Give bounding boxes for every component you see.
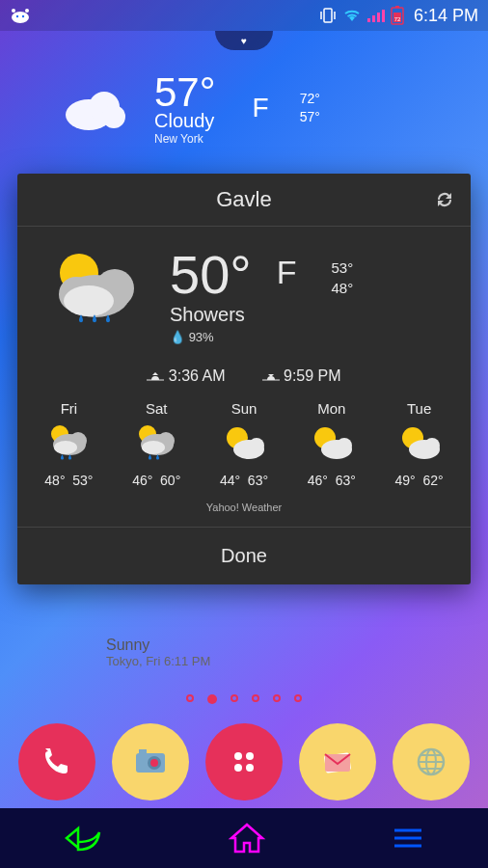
- sunset-icon: [262, 369, 280, 383]
- status-time: 6:14 PM: [414, 6, 478, 26]
- bg-unit: F: [253, 93, 269, 123]
- svg-point-1: [12, 9, 15, 13]
- svg-point-49: [234, 752, 242, 760]
- sun-times: 3:36 AM 9:59 PM: [17, 362, 471, 398]
- svg-point-3: [16, 15, 18, 17]
- forecast-day: Sun44° 63°: [201, 400, 288, 488]
- popup-humidity: 💧 93%: [170, 330, 252, 344]
- svg-point-44: [424, 438, 440, 453]
- sunrise-icon: [147, 369, 164, 383]
- svg-rect-9: [382, 10, 385, 22]
- bg-hilo: 72°57°: [300, 90, 320, 124]
- svg-rect-48: [139, 749, 147, 754]
- wifi-icon: [342, 8, 362, 23]
- svg-point-47: [150, 759, 158, 767]
- status-left: [10, 8, 319, 23]
- battery-icon: 72: [391, 6, 404, 25]
- dock: [0, 723, 488, 800]
- popup-temp: 50°: [170, 248, 252, 302]
- camera-app[interactable]: [112, 723, 189, 800]
- browser-app[interactable]: [393, 723, 470, 800]
- signal-icon: [367, 9, 385, 22]
- bg-condition: Cloudy: [154, 110, 216, 132]
- popup-hilo: 53°48°: [331, 258, 353, 298]
- weather-detail-popup: Gavle 50° Showers 💧 93% F 53°48° 3:36 AM…: [17, 174, 471, 584]
- svg-rect-8: [377, 13, 380, 22]
- forecast-day: Tue49° 62°: [375, 400, 463, 488]
- cloud-icon: [58, 84, 135, 132]
- svg-rect-6: [367, 18, 370, 22]
- notch-decoration: ♥: [215, 31, 273, 50]
- svg-point-21: [64, 285, 114, 316]
- svg-point-51: [234, 764, 242, 772]
- phone-app[interactable]: [18, 723, 95, 800]
- done-button[interactable]: Done: [17, 527, 471, 584]
- refresh-button[interactable]: [434, 189, 455, 210]
- status-bar: 72 6:14 PM: [0, 0, 488, 31]
- popup-unit: F: [277, 254, 297, 291]
- svg-point-2: [25, 9, 29, 13]
- svg-text:72: 72: [394, 16, 401, 22]
- nav-bar: [0, 808, 488, 868]
- bg-location: New York: [154, 132, 216, 146]
- bg-temp: 57°: [154, 69, 216, 116]
- mail-app[interactable]: [299, 723, 376, 800]
- apps-drawer[interactable]: [205, 723, 283, 800]
- svg-point-31: [54, 441, 77, 454]
- home-button[interactable]: [226, 821, 268, 855]
- recent-button[interactable]: [387, 821, 429, 855]
- widget-below-peek: Sunny Tokyo, Fri 6:11 PM: [106, 637, 210, 668]
- svg-point-0: [12, 12, 29, 23]
- svg-point-41: [337, 438, 352, 453]
- svg-rect-7: [372, 15, 375, 22]
- popup-condition: Showers: [170, 304, 252, 326]
- svg-point-4: [22, 15, 24, 17]
- page-indicator[interactable]: [0, 694, 488, 704]
- forecast-day: Sat46° 60°: [113, 400, 201, 488]
- forecast-day: Mon46° 63°: [287, 400, 375, 488]
- svg-point-38: [249, 438, 264, 453]
- attribution: Yahoo! Weather: [17, 502, 471, 527]
- showers-icon: [42, 248, 149, 344]
- svg-point-35: [142, 441, 165, 454]
- forecast-day: Fri48° 53°: [25, 400, 113, 488]
- forecast-row: Fri48° 53°Sat46° 60°Sun44° 63°Mon46° 63°…: [17, 398, 471, 502]
- svg-point-16: [102, 105, 125, 128]
- svg-point-52: [246, 764, 254, 772]
- svg-point-50: [246, 752, 254, 760]
- svg-rect-11: [395, 6, 399, 8]
- back-button[interactable]: [59, 821, 107, 855]
- weather-widget-background[interactable]: 57° Cloudy New York F 72°57°: [58, 69, 430, 146]
- svg-rect-5: [324, 9, 332, 22]
- popup-city: Gavle: [216, 187, 271, 212]
- vibrate-icon: [319, 7, 337, 24]
